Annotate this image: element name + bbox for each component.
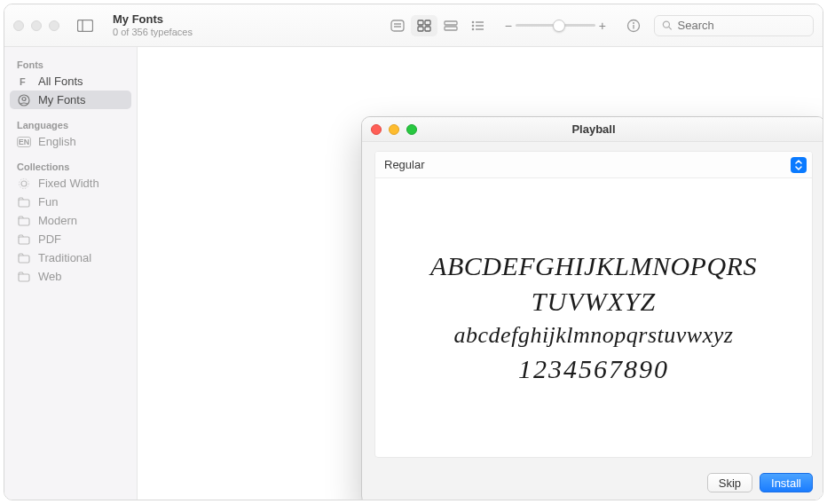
svg-rect-9 bbox=[445, 21, 457, 25]
svg-rect-6 bbox=[425, 20, 430, 25]
sidebar: Fonts F All Fonts My Fonts Languages EN … bbox=[4, 47, 138, 500]
dialog-minimize-button[interactable] bbox=[389, 124, 399, 135]
chevron-up-down-icon bbox=[791, 157, 807, 173]
sidebar-icon bbox=[77, 20, 93, 32]
svg-point-20 bbox=[663, 21, 669, 28]
info-button[interactable] bbox=[620, 15, 647, 36]
plus-icon: + bbox=[599, 19, 606, 33]
sidebar-item-label: English bbox=[38, 135, 76, 148]
sidebar-item-traditional[interactable]: Traditional bbox=[10, 248, 131, 267]
window-title-block: My Fonts 0 of 356 typefaces bbox=[113, 13, 193, 37]
svg-rect-7 bbox=[418, 27, 423, 31]
minus-icon: − bbox=[505, 19, 512, 33]
skip-button[interactable]: Skip bbox=[707, 473, 752, 492]
sidebar-item-fixed-width[interactable]: Fixed Width bbox=[10, 174, 131, 193]
sidebar-item-english[interactable]: EN English bbox=[10, 132, 131, 151]
view-list-button[interactable] bbox=[464, 15, 491, 36]
svg-point-18 bbox=[633, 22, 634, 24]
font-style-select[interactable]: Regular bbox=[375, 152, 812, 178]
svg-line-21 bbox=[669, 27, 672, 29]
svg-rect-29 bbox=[19, 237, 29, 244]
sidebar-item-label: Fun bbox=[38, 195, 58, 209]
slider-thumb[interactable] bbox=[553, 20, 565, 32]
svg-point-25 bbox=[21, 181, 27, 186]
svg-point-24 bbox=[22, 97, 26, 100]
svg-rect-2 bbox=[391, 20, 404, 31]
svg-point-11 bbox=[471, 20, 474, 23]
dialog-body: Regular ABCDEFGHIJKLMNOPQRS TUVWXYZ abcd… bbox=[374, 151, 813, 458]
minimize-window-button[interactable] bbox=[31, 20, 42, 31]
preview-line-2: TUVWXYZ bbox=[532, 287, 656, 317]
preview-line-4: 1234567890 bbox=[518, 354, 669, 384]
folder-icon bbox=[17, 272, 31, 282]
dialog-close-button[interactable] bbox=[371, 124, 382, 135]
info-icon bbox=[626, 19, 641, 33]
install-button[interactable]: Install bbox=[760, 473, 813, 492]
window-controls bbox=[13, 20, 59, 31]
close-window-button[interactable] bbox=[13, 20, 24, 31]
preview-size-slider[interactable]: − + bbox=[505, 19, 606, 33]
sidebar-item-fun[interactable]: Fun bbox=[10, 193, 131, 211]
svg-rect-27 bbox=[19, 200, 29, 207]
search-field[interactable] bbox=[654, 15, 814, 36]
toggle-sidebar-button[interactable] bbox=[74, 16, 97, 35]
main-content: Playball Regular ABCDEFGHIJKLMNOPQ bbox=[138, 47, 823, 500]
search-icon bbox=[662, 20, 673, 31]
folder-icon bbox=[17, 216, 31, 226]
font-style-selected: Regular bbox=[384, 158, 425, 171]
svg-rect-28 bbox=[19, 218, 29, 225]
font-book-window: My Fonts 0 of 356 typefaces bbox=[4, 4, 823, 500]
search-input[interactable] bbox=[678, 19, 806, 32]
sidebar-item-label: Traditional bbox=[38, 251, 91, 264]
window-subtitle: 0 of 356 typefaces bbox=[113, 27, 193, 37]
sidebar-item-modern[interactable]: Modern bbox=[10, 211, 131, 230]
svg-rect-8 bbox=[425, 27, 430, 31]
folder-icon bbox=[17, 197, 31, 208]
sidebar-header-fonts: Fonts bbox=[10, 56, 131, 72]
view-sample-button[interactable] bbox=[384, 15, 411, 36]
user-icon bbox=[17, 94, 31, 106]
columns-view-icon bbox=[444, 20, 458, 32]
sidebar-item-label: Web bbox=[38, 270, 62, 283]
folder-icon bbox=[17, 234, 31, 245]
slider-track[interactable] bbox=[516, 24, 595, 27]
language-badge-icon: EN bbox=[17, 137, 31, 147]
font-preview: ABCDEFGHIJKLMNOPQRS TUVWXYZ abcdefghijkl… bbox=[375, 178, 812, 457]
sidebar-item-label: My Fonts bbox=[38, 93, 85, 106]
dialog-zoom-button[interactable] bbox=[406, 124, 417, 135]
sidebar-item-label: Fixed Width bbox=[38, 177, 99, 190]
view-grid-button[interactable] bbox=[411, 15, 437, 36]
svg-point-26 bbox=[20, 178, 29, 188]
sidebar-item-label: PDF bbox=[38, 232, 61, 246]
sample-view-icon bbox=[390, 20, 405, 32]
list-view-icon bbox=[470, 20, 484, 32]
sidebar-header-languages: Languages bbox=[10, 116, 131, 132]
install-font-dialog: Playball Regular ABCDEFGHIJKLMNOPQ bbox=[361, 116, 823, 500]
sidebar-item-all-fonts[interactable]: F All Fonts bbox=[10, 72, 131, 91]
window-title: My Fonts bbox=[113, 13, 193, 26]
sidebar-item-my-fonts[interactable]: My Fonts bbox=[10, 91, 131, 109]
svg-rect-5 bbox=[418, 20, 423, 25]
grid-view-icon bbox=[417, 20, 431, 32]
sidebar-item-pdf[interactable]: PDF bbox=[10, 230, 131, 248]
preview-line-1: ABCDEFGHIJKLMNOPQRS bbox=[430, 251, 757, 281]
font-icon: F bbox=[17, 75, 31, 88]
dialog-titlebar[interactable]: Playball bbox=[362, 117, 823, 142]
folder-icon bbox=[17, 253, 31, 264]
toolbar: My Fonts 0 of 356 typefaces bbox=[4, 4, 823, 47]
zoom-window-button[interactable] bbox=[49, 20, 59, 31]
dialog-title: Playball bbox=[571, 122, 615, 136]
dialog-window-controls bbox=[371, 124, 417, 135]
gear-icon bbox=[17, 177, 31, 190]
svg-point-12 bbox=[471, 24, 474, 27]
svg-rect-0 bbox=[78, 20, 93, 31]
svg-text:F: F bbox=[20, 76, 26, 87]
svg-point-13 bbox=[471, 28, 474, 30]
sidebar-item-web[interactable]: Web bbox=[10, 267, 131, 286]
svg-rect-10 bbox=[445, 27, 457, 30]
preview-line-3: abcdefghijklmnopqrstuvwxyz bbox=[454, 322, 734, 349]
sidebar-item-label: All Fonts bbox=[38, 75, 83, 88]
svg-rect-30 bbox=[19, 256, 29, 263]
view-columns-button[interactable] bbox=[437, 15, 464, 36]
svg-rect-31 bbox=[19, 274, 29, 281]
